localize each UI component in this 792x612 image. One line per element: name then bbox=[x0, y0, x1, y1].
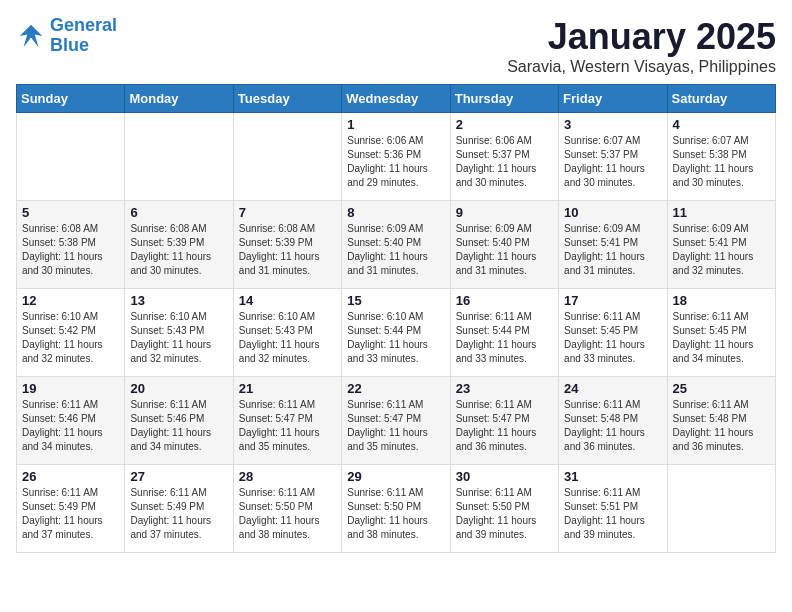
day-info: Sunrise: 6:08 AM Sunset: 5:38 PM Dayligh… bbox=[22, 222, 119, 278]
calendar-cell: 9Sunrise: 6:09 AM Sunset: 5:40 PM Daylig… bbox=[450, 201, 558, 289]
day-number: 4 bbox=[673, 117, 770, 132]
day-number: 14 bbox=[239, 293, 336, 308]
calendar-cell: 29Sunrise: 6:11 AM Sunset: 5:50 PM Dayli… bbox=[342, 465, 450, 553]
day-info: Sunrise: 6:11 AM Sunset: 5:49 PM Dayligh… bbox=[22, 486, 119, 542]
calendar-cell: 31Sunrise: 6:11 AM Sunset: 5:51 PM Dayli… bbox=[559, 465, 667, 553]
weekday-header: Monday bbox=[125, 85, 233, 113]
calendar-cell: 12Sunrise: 6:10 AM Sunset: 5:42 PM Dayli… bbox=[17, 289, 125, 377]
calendar-cell: 26Sunrise: 6:11 AM Sunset: 5:49 PM Dayli… bbox=[17, 465, 125, 553]
day-number: 17 bbox=[564, 293, 661, 308]
calendar-week-row: 1Sunrise: 6:06 AM Sunset: 5:36 PM Daylig… bbox=[17, 113, 776, 201]
weekday-header: Tuesday bbox=[233, 85, 341, 113]
day-number: 18 bbox=[673, 293, 770, 308]
day-info: Sunrise: 6:11 AM Sunset: 5:50 PM Dayligh… bbox=[456, 486, 553, 542]
calendar-cell bbox=[233, 113, 341, 201]
location-title: Saravia, Western Visayas, Philippines bbox=[507, 58, 776, 76]
calendar-cell bbox=[17, 113, 125, 201]
day-info: Sunrise: 6:09 AM Sunset: 5:41 PM Dayligh… bbox=[673, 222, 770, 278]
calendar-cell: 18Sunrise: 6:11 AM Sunset: 5:45 PM Dayli… bbox=[667, 289, 775, 377]
calendar-cell: 8Sunrise: 6:09 AM Sunset: 5:40 PM Daylig… bbox=[342, 201, 450, 289]
day-number: 30 bbox=[456, 469, 553, 484]
calendar-cell bbox=[667, 465, 775, 553]
logo-text: General Blue bbox=[50, 16, 117, 56]
day-info: Sunrise: 6:11 AM Sunset: 5:46 PM Dayligh… bbox=[130, 398, 227, 454]
day-info: Sunrise: 6:11 AM Sunset: 5:48 PM Dayligh… bbox=[673, 398, 770, 454]
calendar-cell: 14Sunrise: 6:10 AM Sunset: 5:43 PM Dayli… bbox=[233, 289, 341, 377]
day-number: 16 bbox=[456, 293, 553, 308]
day-number: 11 bbox=[673, 205, 770, 220]
calendar-cell: 4Sunrise: 6:07 AM Sunset: 5:38 PM Daylig… bbox=[667, 113, 775, 201]
day-info: Sunrise: 6:11 AM Sunset: 5:44 PM Dayligh… bbox=[456, 310, 553, 366]
day-info: Sunrise: 6:11 AM Sunset: 5:45 PM Dayligh… bbox=[564, 310, 661, 366]
calendar-cell: 19Sunrise: 6:11 AM Sunset: 5:46 PM Dayli… bbox=[17, 377, 125, 465]
logo-icon bbox=[16, 21, 46, 51]
calendar-cell: 6Sunrise: 6:08 AM Sunset: 5:39 PM Daylig… bbox=[125, 201, 233, 289]
day-info: Sunrise: 6:08 AM Sunset: 5:39 PM Dayligh… bbox=[239, 222, 336, 278]
calendar-cell: 5Sunrise: 6:08 AM Sunset: 5:38 PM Daylig… bbox=[17, 201, 125, 289]
calendar-cell: 7Sunrise: 6:08 AM Sunset: 5:39 PM Daylig… bbox=[233, 201, 341, 289]
day-number: 3 bbox=[564, 117, 661, 132]
calendar-cell: 15Sunrise: 6:10 AM Sunset: 5:44 PM Dayli… bbox=[342, 289, 450, 377]
title-area: January 2025 Saravia, Western Visayas, P… bbox=[507, 16, 776, 76]
calendar-week-row: 12Sunrise: 6:10 AM Sunset: 5:42 PM Dayli… bbox=[17, 289, 776, 377]
day-info: Sunrise: 6:07 AM Sunset: 5:38 PM Dayligh… bbox=[673, 134, 770, 190]
day-number: 28 bbox=[239, 469, 336, 484]
calendar-week-row: 5Sunrise: 6:08 AM Sunset: 5:38 PM Daylig… bbox=[17, 201, 776, 289]
day-number: 29 bbox=[347, 469, 444, 484]
calendar-cell: 24Sunrise: 6:11 AM Sunset: 5:48 PM Dayli… bbox=[559, 377, 667, 465]
calendar-cell: 3Sunrise: 6:07 AM Sunset: 5:37 PM Daylig… bbox=[559, 113, 667, 201]
calendar-cell bbox=[125, 113, 233, 201]
weekday-header: Friday bbox=[559, 85, 667, 113]
weekday-header: Sunday bbox=[17, 85, 125, 113]
calendar-cell: 30Sunrise: 6:11 AM Sunset: 5:50 PM Dayli… bbox=[450, 465, 558, 553]
day-number: 13 bbox=[130, 293, 227, 308]
day-info: Sunrise: 6:11 AM Sunset: 5:51 PM Dayligh… bbox=[564, 486, 661, 542]
day-number: 2 bbox=[456, 117, 553, 132]
day-number: 6 bbox=[130, 205, 227, 220]
calendar-cell: 1Sunrise: 6:06 AM Sunset: 5:36 PM Daylig… bbox=[342, 113, 450, 201]
calendar-cell: 22Sunrise: 6:11 AM Sunset: 5:47 PM Dayli… bbox=[342, 377, 450, 465]
day-info: Sunrise: 6:11 AM Sunset: 5:46 PM Dayligh… bbox=[22, 398, 119, 454]
calendar-cell: 10Sunrise: 6:09 AM Sunset: 5:41 PM Dayli… bbox=[559, 201, 667, 289]
calendar-week-row: 19Sunrise: 6:11 AM Sunset: 5:46 PM Dayli… bbox=[17, 377, 776, 465]
svg-marker-0 bbox=[20, 25, 43, 48]
weekday-header: Saturday bbox=[667, 85, 775, 113]
day-number: 9 bbox=[456, 205, 553, 220]
day-info: Sunrise: 6:08 AM Sunset: 5:39 PM Dayligh… bbox=[130, 222, 227, 278]
day-info: Sunrise: 6:09 AM Sunset: 5:40 PM Dayligh… bbox=[347, 222, 444, 278]
day-number: 22 bbox=[347, 381, 444, 396]
calendar-cell: 20Sunrise: 6:11 AM Sunset: 5:46 PM Dayli… bbox=[125, 377, 233, 465]
day-number: 7 bbox=[239, 205, 336, 220]
day-number: 15 bbox=[347, 293, 444, 308]
day-info: Sunrise: 6:11 AM Sunset: 5:50 PM Dayligh… bbox=[239, 486, 336, 542]
calendar-table: SundayMondayTuesdayWednesdayThursdayFrid… bbox=[16, 84, 776, 553]
day-number: 20 bbox=[130, 381, 227, 396]
month-title: January 2025 bbox=[507, 16, 776, 58]
day-info: Sunrise: 6:07 AM Sunset: 5:37 PM Dayligh… bbox=[564, 134, 661, 190]
calendar-cell: 21Sunrise: 6:11 AM Sunset: 5:47 PM Dayli… bbox=[233, 377, 341, 465]
day-number: 10 bbox=[564, 205, 661, 220]
calendar-header-row: SundayMondayTuesdayWednesdayThursdayFrid… bbox=[17, 85, 776, 113]
day-number: 26 bbox=[22, 469, 119, 484]
day-info: Sunrise: 6:10 AM Sunset: 5:43 PM Dayligh… bbox=[130, 310, 227, 366]
calendar-cell: 17Sunrise: 6:11 AM Sunset: 5:45 PM Dayli… bbox=[559, 289, 667, 377]
weekday-header: Wednesday bbox=[342, 85, 450, 113]
day-number: 31 bbox=[564, 469, 661, 484]
weekday-header: Thursday bbox=[450, 85, 558, 113]
day-info: Sunrise: 6:06 AM Sunset: 5:36 PM Dayligh… bbox=[347, 134, 444, 190]
day-info: Sunrise: 6:11 AM Sunset: 5:48 PM Dayligh… bbox=[564, 398, 661, 454]
calendar-cell: 13Sunrise: 6:10 AM Sunset: 5:43 PM Dayli… bbox=[125, 289, 233, 377]
day-number: 12 bbox=[22, 293, 119, 308]
day-info: Sunrise: 6:11 AM Sunset: 5:47 PM Dayligh… bbox=[347, 398, 444, 454]
calendar-cell: 11Sunrise: 6:09 AM Sunset: 5:41 PM Dayli… bbox=[667, 201, 775, 289]
day-info: Sunrise: 6:11 AM Sunset: 5:49 PM Dayligh… bbox=[130, 486, 227, 542]
day-number: 25 bbox=[673, 381, 770, 396]
calendar-cell: 27Sunrise: 6:11 AM Sunset: 5:49 PM Dayli… bbox=[125, 465, 233, 553]
day-number: 24 bbox=[564, 381, 661, 396]
day-info: Sunrise: 6:10 AM Sunset: 5:43 PM Dayligh… bbox=[239, 310, 336, 366]
day-number: 27 bbox=[130, 469, 227, 484]
calendar-cell: 2Sunrise: 6:06 AM Sunset: 5:37 PM Daylig… bbox=[450, 113, 558, 201]
day-number: 1 bbox=[347, 117, 444, 132]
day-info: Sunrise: 6:09 AM Sunset: 5:41 PM Dayligh… bbox=[564, 222, 661, 278]
day-info: Sunrise: 6:11 AM Sunset: 5:47 PM Dayligh… bbox=[456, 398, 553, 454]
